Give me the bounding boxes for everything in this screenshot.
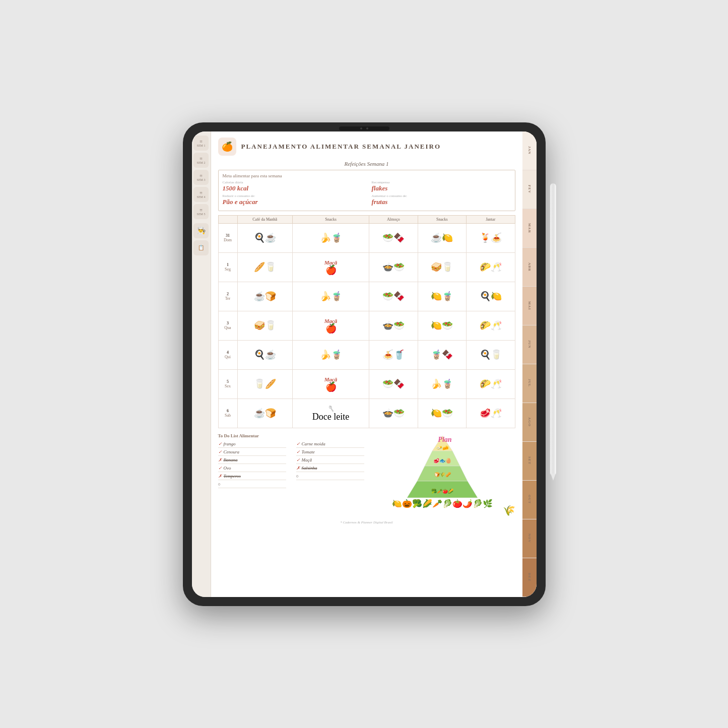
cross-icon-8: ✗ [218,474,222,479]
lunch-cell-3: 🍲🥗 [369,311,418,340]
reduce-item: Reduzir o consumo de: Pão e açúcar [223,194,362,206]
reduce-label: Reduzir o consumo de: [223,194,362,198]
cross-icon-4: ✗ [218,457,222,462]
pyramid-col: 🧈🧀 🥩🐟🥚 🍞🌾🥜 🥦🥕🍅🌽 Plan 🍋🎃🥦🌽🥕🥬🍅🌶️🥬🌿 � [369,433,515,516]
lunch-cell-1: 🍲🥗 [369,252,418,282]
lunch-cell-5: 🥗🍫 [369,369,418,399]
svg-text:🥩🐟🥚: 🥩🐟🥚 [433,457,452,464]
day-cell-6: 6Sab [218,399,237,428]
col-header-breakfast: Café da Manhã [237,215,292,223]
day-cell-5: 5Sex [218,369,237,399]
dinner-cell-6: 🥩🥂 [467,399,515,428]
dinner-cell-2: 🍳🍋 [467,282,515,311]
snack1-cell-4: 🍌🧋 [292,340,369,369]
svg-text:🧈🧀: 🧈🧀 [436,444,449,451]
check-icon-1: ✓ [296,441,300,446]
todo-item-5: ✓Maçã [296,456,364,464]
device-screen: ≡ SEM 1 ≡ SEM 2 ≡ SEM 3 ≡ SEM 4 [192,131,537,597]
todo-title: To Do List Alimentar [218,433,364,438]
dinner-cell-0: 🍹🍝 [467,223,515,252]
reduce-value: Pão e açúcar [223,198,362,206]
month-tab-nov[interactable]: NOV [522,519,537,558]
side-tab-3[interactable]: ≡ SEM 3 [193,170,209,185]
check-icon-3: ✓ [296,449,300,454]
goal-row-1: Calorias diária 1500 kcal Recompensa fla… [223,180,511,192]
month-tab-jan[interactable]: JAN [522,131,537,170]
breakfast-cell-6: ☕🍞 [237,399,292,428]
todo-item-7: ✗Salsinha [296,465,364,472]
day-cell-4: 4Qui [218,340,237,369]
col-header-day [218,215,237,223]
todo-grid: ✓frango✓Carne moida✓Cenoura✓Tomate✗Banan… [218,440,364,488]
camera-bar [339,126,389,130]
side-tab-4[interactable]: ≡ SEM 4 [193,187,209,202]
month-tabs: JANFEVMARABRMAIJUNJULAGOSETOUTNOVDEZ [522,131,537,597]
month-tab-ago[interactable]: AGO [522,403,537,442]
day-cell-2: 2Ter [218,282,237,311]
check-icon-6: ✓ [218,466,222,471]
col-header-snack2: Snacks [418,215,466,223]
goal-section-label: Meta alimentar para esta semana [223,173,511,178]
camera-dot-2 [366,127,368,129]
snack1-cell-0: 🍌🧋 [292,223,369,252]
dinner-cell-1: 🌮🥂 [467,252,515,282]
lunch-cell-2: 🥗🍫 [369,282,418,311]
main-content: 🍊 PLANEJAMENTO ALIMENTAR SEMANAL JANEIRO… [211,131,522,597]
todo-item-1: ✓Carne moida [296,440,364,448]
month-tab-set[interactable]: SET [522,442,537,481]
todo-item-0: ✓frango [218,440,286,448]
week-title: Refeições Semana 1 [218,161,515,167]
month-tab-jun[interactable]: JUN [522,325,537,364]
page-header: 🍊 PLANEJAMENTO ALIMENTAR SEMANAL JANEIRO [218,138,515,156]
dinner-cell-5: 🌮🥂 [467,369,515,399]
bottom-section: To Do List Alimentar ✓frango✓Carne moida… [218,433,515,516]
side-tab-list[interactable]: 📋 [193,240,209,255]
svg-text:🥦🥕🍅🌽: 🥦🥕🍅🌽 [431,488,454,494]
todo-item-6: ✓Ovo [218,465,286,472]
todo-item-8: ✗Temperos [218,473,286,480]
todo-col: To Do List Alimentar ✓frango✓Carne moida… [218,433,364,516]
month-tab-mai[interactable]: MAI [522,287,537,325]
snack2-cell-1: 🥪🥛 [418,252,466,282]
side-tab-2[interactable]: ≡ SEM 2 [193,153,209,168]
reward-label: Recompensa [372,180,511,184]
increase-label: Aumentar o consumo de: [372,194,511,198]
snack1-cell-2: 🍌🧋 [292,282,369,311]
day-cell-3: 3Qua [218,311,237,340]
check-icon-5: ✓ [296,457,300,462]
meal-table: Café da Manhã Snacks Almoço Snacks Janta… [218,215,515,428]
col-header-dinner: Jantar [467,215,515,223]
lunch-cell-0: 🥗🍫 [369,223,418,252]
snack2-cell-3: 🍋🥗 [418,311,466,340]
snack2-cell-5: 🍌🧋 [418,369,466,399]
lunch-cell-4: 🍝🥤 [369,340,418,369]
page-title: PLANEJAMENTO ALIMENTAR SEMANAL JANEIRO [241,143,441,151]
calories-value: 1500 kcal [223,184,362,192]
side-tab-1[interactable]: ≡ SEM 1 [193,136,209,151]
check-icon-0: ✓ [218,441,222,446]
snack2-cell-4: 🧋🍫 [418,340,466,369]
month-tab-fev[interactable]: FEV [522,170,537,209]
goal-row-2: Reduzir o consumo de: Pão e açúcar Aumen… [223,194,511,206]
month-tab-abr[interactable]: ABR [522,248,537,287]
plan-label: Plan [438,436,451,444]
breakfast-cell-4: 🍳☕ [237,340,292,369]
snack2-cell-6: 🍋🥗 [418,399,466,428]
month-tab-out[interactable]: OUT [522,481,537,519]
side-tab-5[interactable]: ≡ SEM 5 [193,204,209,219]
snack1-cell-3: Maçã🍎 [292,311,369,340]
month-tab-mar[interactable]: MAR [522,209,537,248]
apple-pencil [550,183,557,475]
camera-dot [360,127,362,129]
header-icon-emoji: 🍊 [222,141,233,152]
dinner-cell-3: 🌮🥂 [467,311,515,340]
breakfast-cell-0: 🍳☕ [237,223,292,252]
breakfast-cell-1: 🥖🥛 [237,252,292,282]
reward-value: flakes [372,184,511,192]
month-tab-dez[interactable]: DEZ [522,558,537,597]
side-tab-chef[interactable]: 👨‍🍳 [193,223,209,238]
month-tab-jul[interactable]: JUL [522,364,537,403]
calories-item: Calorias diária 1500 kcal [223,180,362,192]
breakfast-cell-3: 🥪🥛 [237,311,292,340]
snack2-cell-2: 🍋🧋 [418,282,466,311]
